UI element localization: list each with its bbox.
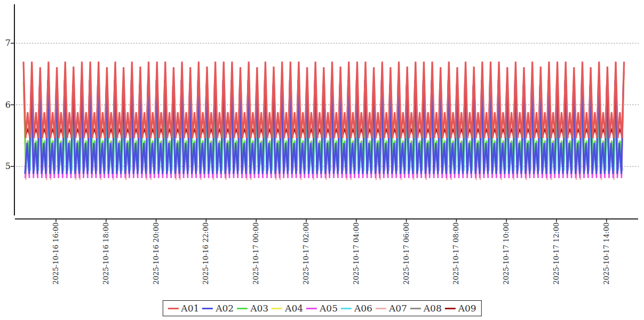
legend-label: A07	[389, 303, 407, 314]
legend-swatch-A09	[445, 308, 456, 309]
legend-swatch-A03	[237, 308, 248, 309]
legend-swatch-A04	[272, 308, 282, 309]
x-tick-label: 2025-10-17 02:00	[302, 222, 311, 297]
legend-label: A02	[216, 303, 234, 314]
legend-label: A01	[181, 303, 199, 314]
legend-swatch-A07	[376, 308, 386, 309]
legend-item-A06: A06	[341, 303, 372, 314]
legend-swatch-A08	[410, 308, 421, 309]
legend-label: A09	[458, 303, 476, 314]
x-tick-label: 2025-10-17 08:00	[452, 222, 460, 297]
legend-item-A05: A05	[306, 303, 338, 314]
x-tick-label: 2025-10-17 12:00	[552, 222, 561, 297]
x-tick-label: 2025-10-17 04:00	[352, 222, 361, 297]
legend-swatch-A05	[306, 308, 317, 309]
legend-item-A01: A01	[168, 303, 199, 314]
legend-swatch-A01	[168, 308, 178, 309]
plot-canvas	[0, 0, 644, 320]
legend: A01A02A03A04A05A06A07A08A09	[162, 300, 481, 316]
x-tick-label: 2025-10-17 10:00	[502, 222, 511, 297]
x-tick-label: 2025-10-16 20:00	[152, 222, 161, 297]
legend-item-A02: A02	[202, 303, 234, 314]
legend-item-A07: A07	[376, 303, 407, 314]
x-tick-label: 2025-10-16 16:00	[52, 222, 60, 297]
x-tick-label: 2025-10-17 00:00	[252, 222, 260, 297]
legend-label: A03	[250, 303, 268, 314]
y-tick-label: 6	[0, 100, 11, 110]
legend-item-A09: A09	[445, 303, 476, 314]
legend-swatch-A06	[341, 308, 352, 309]
legend-item-A03: A03	[237, 303, 268, 314]
x-tick-label: 2025-10-16 22:00	[202, 222, 210, 297]
legend-label: A06	[354, 303, 372, 314]
legend-label: A08	[424, 303, 442, 314]
chart-figure: 567 2025-10-16 16:002025-10-16 18:002025…	[0, 0, 644, 320]
x-tick-label: 2025-10-16 18:00	[102, 222, 110, 297]
x-tick-label: 2025-10-17 06:00	[402, 222, 411, 297]
legend-label: A04	[285, 303, 303, 314]
legend-item-A04: A04	[272, 303, 303, 314]
x-tick-label: 2025-10-17 14:00	[602, 222, 611, 297]
legend-label: A05	[320, 303, 338, 314]
legend-item-A08: A08	[410, 303, 442, 314]
y-tick-label: 7	[0, 38, 11, 48]
legend-swatch-A02	[202, 308, 213, 309]
y-tick-label: 5	[0, 162, 11, 171]
